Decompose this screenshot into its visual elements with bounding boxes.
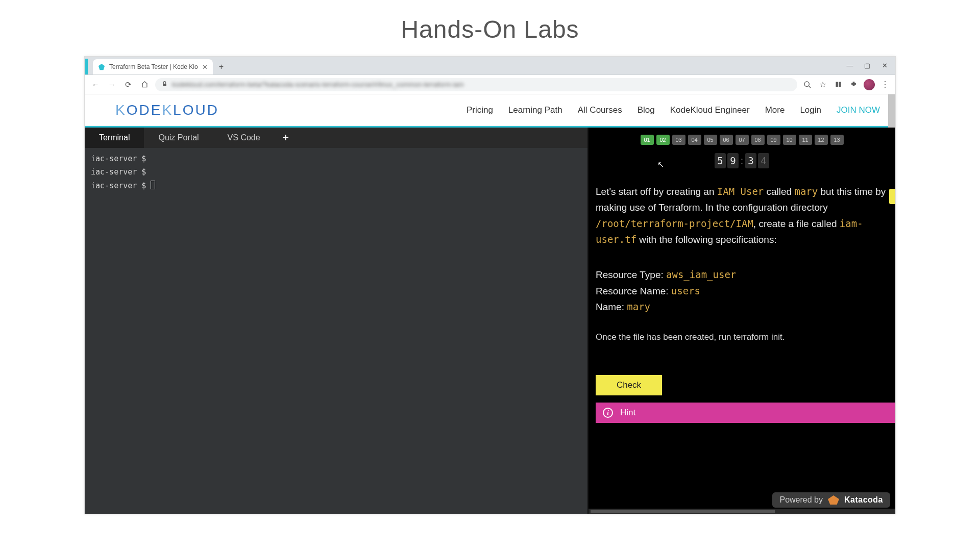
terminal-line: iac-server $: [91, 165, 581, 179]
step-13[interactable]: 13: [830, 135, 844, 145]
step-01[interactable]: 01: [641, 135, 654, 145]
spec-list: Resource Type: aws_iam_user Resource Nam…: [596, 267, 887, 315]
nav-forward-icon[interactable]: →: [106, 79, 117, 90]
browser-window: Terraform Beta Tester | Kode Klo ✕ + — ▢…: [84, 56, 896, 514]
countdown-timer: 5 9 : 3 4: [589, 153, 895, 168]
favicon-icon: [98, 63, 105, 70]
reader-icon[interactable]: [833, 80, 843, 90]
nav-all-courses[interactable]: All Courses: [578, 105, 622, 115]
lock-icon: [161, 81, 168, 89]
browser-tab-bar: Terraform Beta Tester | Kode Klo ✕ + — ▢…: [85, 57, 895, 75]
step-12[interactable]: 12: [815, 135, 828, 145]
step-09[interactable]: 09: [767, 135, 780, 145]
step-10[interactable]: 10: [783, 135, 796, 145]
nav-reload-icon[interactable]: ⟳: [122, 79, 134, 90]
nav-join-now[interactable]: JOIN NOW: [837, 105, 880, 115]
browser-tab-active[interactable]: Terraform Beta Tester | Kode Klo ✕: [93, 59, 213, 74]
nav-engineer[interactable]: KodeKloud Engineer: [670, 105, 750, 115]
nav-learning-path[interactable]: Learning Path: [508, 105, 562, 115]
timer-digit: 5: [715, 153, 726, 168]
svg-rect-1: [163, 83, 166, 86]
svg-rect-5: [839, 82, 841, 87]
nav-home-icon[interactable]: [139, 79, 150, 90]
step-02[interactable]: 02: [656, 135, 670, 145]
info-icon: i: [603, 408, 613, 418]
instruction-note: Once the file has been created, run terr…: [596, 330, 887, 344]
tab-bar-accent: [85, 59, 88, 74]
check-button[interactable]: Check: [596, 375, 662, 395]
spec-resource-name: Resource Name: users: [596, 283, 887, 299]
svg-marker-0: [99, 64, 105, 70]
page-title: Hands-On Labs: [0, 0, 980, 56]
timer-digit: 4: [758, 153, 769, 168]
powered-prefix: Powered by: [779, 495, 823, 505]
site-header: KODEKLOUD Pricing Learning Path All Cour…: [85, 94, 895, 126]
lab-container: Terminal Quiz Portal VS Code + iac-serve…: [85, 126, 895, 514]
kodekloud-logo[interactable]: KODEKLOUD: [115, 102, 219, 118]
svg-point-2: [804, 82, 809, 86]
spec-resource-type: Resource Type: aws_iam_user: [596, 267, 887, 283]
new-tab-button[interactable]: +: [219, 62, 224, 74]
step-08[interactable]: 08: [751, 135, 765, 145]
tab-vs-code[interactable]: VS Code: [213, 128, 275, 148]
window-controls: — ▢ ✕: [842, 59, 892, 72]
tab-add-button[interactable]: +: [275, 128, 297, 148]
hint-label: Hint: [620, 408, 635, 418]
nav-more[interactable]: More: [765, 105, 785, 115]
lab-tabs: Terminal Quiz Portal VS Code +: [85, 128, 587, 148]
step-11[interactable]: 11: [799, 135, 812, 145]
terminal-line: iac-server $: [91, 179, 581, 192]
spec-name: Name: mary: [596, 299, 887, 315]
step-06[interactable]: 06: [720, 135, 733, 145]
katacoda-icon: [828, 495, 839, 505]
right-panel: 01 02 03 04 05 06 07 08 09 10 11 12 13 5…: [587, 128, 895, 514]
instruction-paragraph: Let's start off by creating an IAM User …: [596, 184, 887, 247]
nav-pricing[interactable]: Pricing: [467, 105, 493, 115]
powered-by-badge[interactable]: Powered by Katacoda: [772, 492, 890, 508]
tab-quiz-portal[interactable]: Quiz Portal: [144, 128, 213, 148]
side-drawer-toggle[interactable]: [889, 189, 895, 204]
terminal-cursor-icon: [151, 181, 155, 189]
window-close-icon[interactable]: ✕: [877, 59, 892, 72]
bookmark-star-icon[interactable]: ☆: [818, 80, 828, 90]
extensions-icon[interactable]: [848, 80, 859, 90]
timer-separator: :: [740, 153, 744, 168]
window-maximize-icon[interactable]: ▢: [860, 59, 875, 72]
hint-button[interactable]: i Hint: [596, 403, 895, 423]
instructions: Let's start off by creating an IAM User …: [589, 184, 895, 344]
url-field[interactable]: kodekloud.com/terraform-beta/?katacoda-s…: [155, 78, 797, 91]
nav-login[interactable]: Login: [800, 105, 821, 115]
nav-back-icon[interactable]: ←: [90, 79, 101, 90]
toolbar-right-icons: ☆ ⋮: [802, 79, 890, 90]
kebab-menu-icon[interactable]: ⋮: [880, 80, 890, 90]
code-mary: mary: [794, 186, 818, 197]
katacoda-brand: Katacoda: [844, 495, 883, 505]
terminal-line: iac-server $: [91, 152, 581, 165]
timer-digit: 3: [745, 153, 756, 168]
step-04[interactable]: 04: [688, 135, 701, 145]
code-path: /root/terraform-project/IAM: [596, 218, 753, 229]
timer-digit: 9: [727, 153, 739, 168]
step-05[interactable]: 05: [704, 135, 717, 145]
tab-title: Terraform Beta Tester | Kode Klo: [109, 63, 198, 70]
profile-avatar[interactable]: [864, 79, 875, 90]
horizontal-scrollbar[interactable]: [589, 509, 895, 514]
url-toolbar: ← → ⟳ kodekloud.com/terraform-beta/?kata…: [85, 75, 895, 94]
terminal[interactable]: iac-server $ iac-server $ iac-server $: [85, 148, 587, 514]
step-07[interactable]: 07: [736, 135, 749, 145]
left-panel: Terminal Quiz Portal VS Code + iac-serve…: [85, 128, 587, 514]
step-03[interactable]: 03: [672, 135, 685, 145]
nav-links: Pricing Learning Path All Courses Blog K…: [467, 105, 880, 115]
svg-rect-4: [836, 82, 838, 87]
nav-blog[interactable]: Blog: [638, 105, 655, 115]
code-iam-user: IAM User: [717, 186, 764, 197]
svg-line-3: [808, 86, 811, 88]
window-minimize-icon[interactable]: —: [842, 59, 857, 72]
url-text: kodekloud.com/terraform-beta/?katacoda-s…: [172, 81, 464, 88]
tab-terminal[interactable]: Terminal: [85, 128, 144, 148]
step-progress: 01 02 03 04 05 06 07 08 09 10 11 12 13: [589, 128, 895, 150]
tab-close-icon[interactable]: ✕: [202, 63, 208, 71]
zoom-icon[interactable]: [802, 80, 813, 90]
